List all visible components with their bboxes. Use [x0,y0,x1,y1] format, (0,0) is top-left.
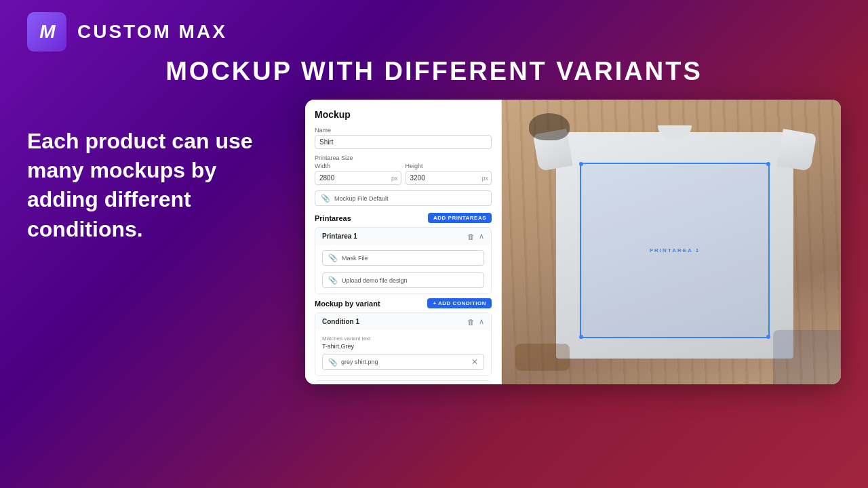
name-field-group: Name [315,127,492,155]
height-input-wrap: px [406,171,492,185]
printarea-size-label: Printarea Size [315,155,492,161]
add-condition-button[interactable]: + ADD CONDITION [427,298,492,308]
corner-bl [579,335,583,339]
sunglasses-decor [529,113,570,140]
px-label-height: px [481,175,488,182]
printarea1-body: 📎 Mask File 📎 Upload demo file design [315,245,491,293]
printarea1-header[interactable]: Printarea 1 🗑 ∧ [315,228,491,245]
file-icon: 📎 [321,194,330,203]
condition2-item: Condition 2 🗑 ∨ [315,380,492,384]
upload-demo-label: Upload demo file design [342,277,408,284]
condition1-collapse-icon[interactable]: ∧ [479,317,484,326]
height-label: Height [406,163,492,169]
ui-card: Mockup Name Printarea Size Width px [305,100,841,384]
px-label-width: px [391,175,398,182]
shirt-shape: PRINTAREA 1 [556,132,793,359]
corner-tl [579,162,583,166]
printarea-overlay-box: PRINTAREA 1 [580,163,770,338]
delete-icon[interactable]: 🗑 [467,232,475,241]
condition1-header[interactable]: Condition 1 🗑 ∧ [315,313,491,330]
condition1-file-name: grey shirt.png [341,359,378,365]
mask-file-row[interactable]: 📎 Mask File [322,250,484,266]
ui-panel-right: PRINTAREA 1 [502,100,841,384]
sandals-decor [515,344,570,371]
corner-br [766,335,770,339]
logo-letter: M [39,21,54,43]
width-label: Width [315,163,401,169]
shirt-preview: PRINTAREA 1 [502,100,841,384]
condition2-header[interactable]: Condition 2 🗑 ∨ [315,381,491,384]
add-printareas-button[interactable]: ADD PRINTAREAS [428,213,492,223]
mockup-panel-title: Mockup [315,109,492,120]
logo-box: M [27,12,66,52]
condition1-value: T-shirt,Grey [322,343,484,350]
header: M CUSTOM MAX [0,0,868,64]
condition1-title: Condition 1 [322,318,359,325]
name-input[interactable] [315,135,492,149]
upload-demo-row[interactable]: 📎 Upload demo file design [322,272,484,288]
corner-tr [766,162,770,166]
page-title: MOCKUP WITH DIFFERENT VARIANTS [0,57,868,86]
brand-name: CUSTOM MAX [77,21,227,43]
mask-file-label: Mask File [342,255,368,262]
printareas-title: Printareas [315,214,351,222]
height-group: Height px [406,163,492,185]
left-description: Each product can use many mockups by add… [27,100,285,244]
main-content: Each product can use many mockups by add… [0,100,868,384]
page: M CUSTOM MAX MOCKUP WITH DIFFERENT VARIA… [0,0,868,488]
ui-panel-left: Mockup Name Printarea Size Width px [305,100,502,384]
mask-file-icon: 📎 [328,253,338,262]
matches-variant-label: Matches variant text [322,336,484,342]
printarea-overlay-label: PRINTAREA 1 [650,247,700,253]
condition1-item: Condition 1 🗑 ∧ Matches variant text T-s… [315,312,492,376]
upload-demo-icon: 📎 [328,276,338,285]
jeans-decor [773,330,841,384]
condition1-file-left: 📎 grey shirt.png [328,358,378,367]
mockup-file-default-row[interactable]: 📎 Mockup File Default [315,190,492,206]
condition1-actions: 🗑 ∧ [467,317,484,326]
shirt-collar [658,125,692,139]
condition1-file-icon: 📎 [328,358,338,367]
condition1-delete-icon[interactable]: 🗑 [467,318,475,326]
mockup-by-variant-title: Mockup by variant [315,300,380,308]
condition1-body: Matches variant text T-shirt,Grey 📎 grey… [315,330,491,375]
condition1-remove-button[interactable]: ✕ [471,357,478,367]
printarea1-title: Printarea 1 [322,232,357,240]
shirt-sleeve-right [776,129,816,171]
condition1-file-row: 📎 grey shirt.png ✕ [322,354,484,370]
mockup-by-variant-header: Mockup by variant + ADD CONDITION [315,298,492,308]
collapse-icon[interactable]: ∧ [479,232,484,241]
printarea1-item: Printarea 1 🗑 ∧ 📎 Mask File 📎 [315,227,492,294]
width-input[interactable] [315,171,401,185]
printarea1-actions: 🗑 ∧ [467,232,484,241]
width-input-wrap: px [315,171,401,185]
width-group: Width px [315,163,401,185]
mockup-file-default-label: Mockup File Default [334,195,389,202]
height-input[interactable] [406,171,492,185]
printarea-size-inputs: Width px Height px [315,163,492,185]
name-label: Name [315,127,492,134]
printareas-section-header: Printareas ADD PRINTAREAS [315,213,492,223]
